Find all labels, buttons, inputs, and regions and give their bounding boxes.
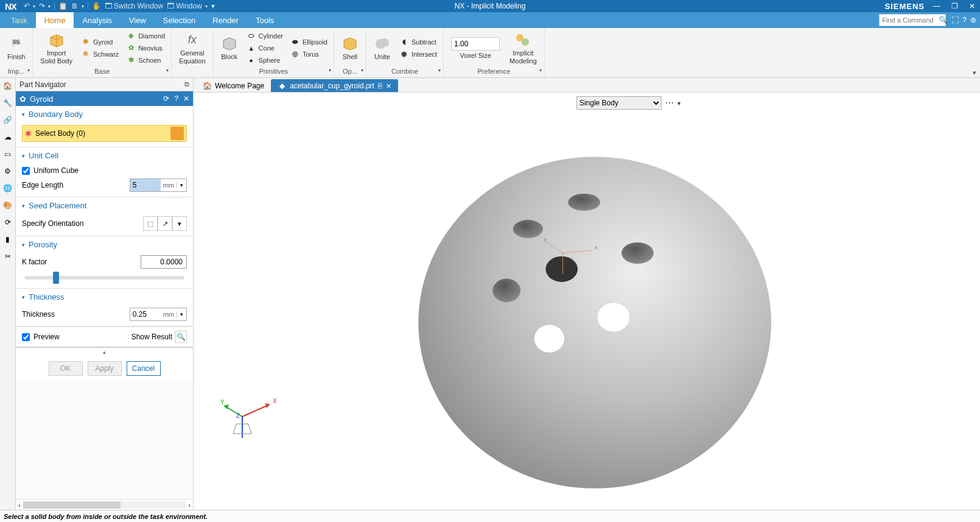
ribbon-overflow-button[interactable]: ▾ <box>969 68 980 77</box>
show-result-button[interactable]: Show Result 🔍 <box>131 331 187 343</box>
section-header-seed[interactable]: Seed Placement <box>16 197 193 214</box>
scroll-left-icon[interactable]: ‹ <box>18 501 21 509</box>
menu-tab-view[interactable]: View <box>121 12 155 28</box>
nav-history-icon[interactable]: ⟳ <box>2 217 13 228</box>
qat-dropdown-button[interactable]: ▾ <box>211 2 215 10</box>
nav-globe-icon[interactable]: 🌐 <box>2 183 13 194</box>
preview-checkbox[interactable] <box>22 333 30 341</box>
help-dropdown-icon[interactable]: ⊚ <box>970 16 976 24</box>
select-body-row[interactable]: ✱ Select Body (0) <box>22 125 187 142</box>
tab-pin-icon[interactable]: ⎘ <box>378 82 382 90</box>
group-label-imp[interactable]: Imp... <box>0 68 32 77</box>
tab-close-icon[interactable]: ✕ <box>386 82 391 90</box>
slider-thumb[interactable] <box>53 272 59 284</box>
k-factor-value[interactable]: 0.0000 <box>141 255 187 269</box>
fullscreen-icon[interactable]: ⛶ <box>951 16 959 24</box>
section-header-porosity[interactable]: Porosity <box>16 236 193 253</box>
torus-button[interactable]: ◎Torus <box>288 48 330 60</box>
menu-tab-selection[interactable]: Selection <box>155 12 204 28</box>
section-header-thickness[interactable]: Thickness <box>16 289 193 305</box>
close-window-button[interactable]: ✕ <box>967 2 978 10</box>
nav-color-icon[interactable]: 🎨 <box>2 200 13 211</box>
nav-assembly-icon[interactable]: 🔧 <box>2 97 13 108</box>
schoen-button[interactable]: ✾Schoen <box>124 54 167 66</box>
svg-marker-1 <box>223 38 236 50</box>
menu-tab-analysis[interactable]: Analysis <box>74 12 120 28</box>
dialog-close-icon[interactable]: ✕ <box>183 94 189 103</box>
menu-tab-task[interactable]: Task <box>2 12 36 28</box>
menu-tab-home[interactable]: Home <box>36 12 74 28</box>
panel-popout-icon[interactable]: ⧉ <box>184 80 189 88</box>
select-body-type-icon[interactable] <box>170 127 184 140</box>
uniform-cube-checkbox[interactable] <box>22 167 30 175</box>
qat-save-button[interactable]: 🗎 <box>71 2 84 10</box>
schwarz-button[interactable]: ❊Schwarz <box>79 48 121 60</box>
nav-box-icon[interactable]: ▭ <box>2 149 13 160</box>
graphics-viewport[interactable]: x y X Y Z <box>194 93 980 510</box>
tab-welcome-page[interactable]: 🏠 Welcome Page <box>196 79 271 92</box>
nav-tool-icon[interactable]: ✂ <box>2 251 13 262</box>
group-label-op[interactable]: Op... <box>334 68 366 77</box>
qat-undo-button[interactable]: ↶ <box>24 2 35 10</box>
cancel-button[interactable]: Cancel <box>127 361 161 376</box>
shell-button[interactable]: Shell <box>338 29 362 67</box>
maximize-button[interactable]: ❐ <box>949 2 961 10</box>
qat-redo-button[interactable]: ↷ <box>39 2 51 10</box>
nav-cloud-icon[interactable]: ☁ <box>2 132 13 143</box>
implicit-modeling-button[interactable]: Implicit Modeling <box>506 29 541 67</box>
group-label-primitives[interactable]: Primitives <box>214 68 334 77</box>
gyroid-button[interactable]: ❋Gyroid <box>79 36 121 48</box>
qat-touch-icon[interactable]: ✋ <box>92 2 101 10</box>
ellipsoid-icon: ⬬ <box>290 37 300 47</box>
navigator-scrollbar[interactable]: ‹ › <box>16 499 193 510</box>
voxel-size-input[interactable] <box>451 37 500 51</box>
menu-tab-render[interactable]: Render <box>204 12 247 28</box>
qat-window-button[interactable]: 🗔 Window <box>167 2 208 10</box>
thickness-input[interactable] <box>130 308 161 320</box>
neovius-button[interactable]: ✿Neovius <box>124 42 167 54</box>
orient-dropdown-button[interactable]: ▾ <box>172 216 187 231</box>
sphere-button[interactable]: ●Sphere <box>244 54 285 66</box>
cylinder-button[interactable]: ⬭Cylinder <box>244 30 285 42</box>
dialog-header: ✿ Gyroid ⟳ ? ✕ <box>16 91 193 106</box>
nav-home-icon[interactable]: 🏠 <box>2 80 13 91</box>
dialog-help-icon[interactable]: ? <box>174 94 178 103</box>
group-label-preference[interactable]: Preference <box>444 68 544 77</box>
cone-button[interactable]: ▲Cone <box>244 42 285 54</box>
ellipsoid-button[interactable]: ⬬Ellipsoid <box>288 36 330 48</box>
nav-constraint-icon[interactable]: 🔗 <box>2 115 13 125</box>
help-icon[interactable]: ? <box>962 16 967 24</box>
thickness-dropdown[interactable]: ▾ <box>177 311 186 317</box>
menu-tab-tools[interactable]: Tools <box>247 12 282 28</box>
ok-button[interactable]: OK <box>49 361 83 376</box>
minimize-button[interactable]: — <box>931 2 943 10</box>
section-header-boundary[interactable]: Boundary Body <box>16 106 193 122</box>
unite-button[interactable]: Unite <box>370 29 394 67</box>
diamond-button[interactable]: ◈Diamond <box>124 30 167 42</box>
section-header-unitcell[interactable]: Unit Cell <box>16 147 193 164</box>
group-label-base[interactable]: Base <box>33 68 171 77</box>
orient-csys-button[interactable]: ⬚ <box>143 216 158 231</box>
k-factor-slider[interactable] <box>24 276 184 280</box>
subtract-button[interactable]: ◖Subtract <box>397 36 439 48</box>
apply-button[interactable]: Apply <box>88 361 122 376</box>
scroll-right-icon[interactable]: › <box>188 501 191 509</box>
edge-length-dropdown[interactable]: ▾ <box>177 182 186 188</box>
view-triad[interactable]: X Y Z <box>218 386 279 449</box>
general-equation-button[interactable]: fx General Equation <box>175 29 209 67</box>
import-solid-body-button[interactable]: Import Solid Body <box>37 29 76 67</box>
tab-document[interactable]: ◆ acetabular_cup_gyroid.prt ⎘ ✕ <box>271 79 398 92</box>
qat-copy-button[interactable]: 📋 <box>58 2 68 10</box>
dialog-reset-icon[interactable]: ⟳ <box>163 94 169 103</box>
dialog-collapse-handle[interactable]: ▴ <box>16 348 193 356</box>
orient-inferred-button[interactable]: ↗ <box>158 216 172 231</box>
nav-gear-icon[interactable]: ⚙ <box>2 166 13 177</box>
qat-switch-window-button[interactable]: 🗔 Switch Window <box>105 2 163 10</box>
block-button[interactable]: Block <box>217 29 242 67</box>
intersect-button[interactable]: ◉Intersect <box>397 48 439 60</box>
finish-button[interactable]: 🏁 Finish <box>4 29 29 67</box>
group-label-combine[interactable]: Combine <box>366 68 443 77</box>
edge-length-input[interactable] <box>130 179 161 191</box>
nav-palette-icon[interactable]: ▮ <box>2 234 13 245</box>
find-command-input[interactable] <box>879 14 946 26</box>
